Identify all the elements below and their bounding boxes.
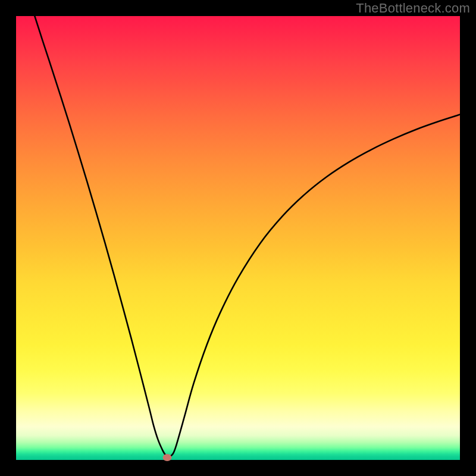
bottleneck-curve — [16, 16, 460, 460]
chart-frame: TheBottleneck.com — [0, 0, 476, 476]
watermark-text: TheBottleneck.com — [356, 1, 470, 16]
optimum-marker — [162, 454, 171, 461]
